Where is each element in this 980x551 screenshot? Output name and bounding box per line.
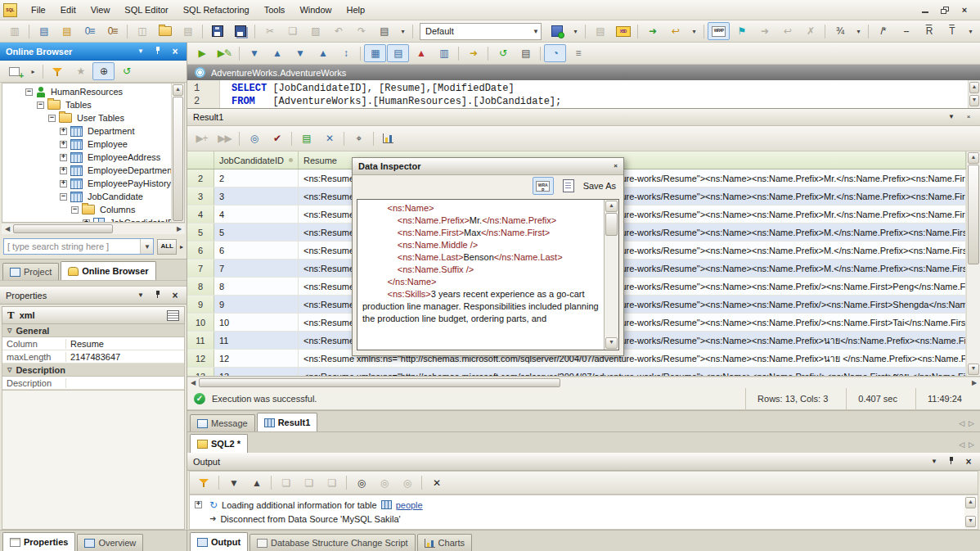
close-icon[interactable]: × [169,47,181,56]
resume-cell[interactable]: <ns:Resume xmlns:ns="http://schemas.micr… [299,368,966,376]
tree-item-employeedepartment[interactable]: +EmployeeDepartment [2,164,173,177]
prev-message-icon[interactable]: ▲ [245,474,267,492]
tree-expander-icon[interactable]: − [48,115,56,122]
scroll-down-icon[interactable]: ▼ [969,95,979,106]
property-group-general[interactable]: ▽General [2,324,184,337]
row-number-cell[interactable]: 5 [187,224,214,241]
tree-expander-icon[interactable]: − [71,206,79,214]
export-result-icon[interactable]: ▤ [295,129,317,147]
tree-expander-icon[interactable]: − [37,102,44,109]
jobcandidateid-cell[interactable]: 5 [214,224,299,241]
scroll-thumb[interactable] [199,378,560,387]
scroll-up-icon[interactable]: ▲ [173,84,183,96]
pin-result-icon[interactable]: ⌖ [348,129,370,147]
tab-online-browser[interactable]: Online Browser [61,261,155,280]
pin-icon[interactable] [946,456,957,467]
save-as-label[interactable]: Save As [583,181,616,191]
dialog-title-bar[interactable]: Data Inspector × [353,158,623,175]
tab-charts[interactable]: Charts [417,534,472,551]
scroll-thumb[interactable] [605,213,618,236]
menu-sql-editor[interactable]: SQL Editor [117,2,175,18]
chevron-down-icon[interactable]: ▼ [140,239,153,254]
comment-line-icon[interactable]: -- [895,22,917,40]
row-number-cell[interactable]: 4 [187,205,214,223]
bookmark-icon[interactable]: ⚑ [731,22,753,40]
menu-help[interactable]: Help [339,2,373,18]
tree-item-employeepayhistory[interactable]: +EmployeePayHistory [2,177,173,190]
new-object-icon[interactable] [3,62,25,80]
scroll-left-icon[interactable]: ◁ [959,419,964,427]
row-number-cell[interactable]: 12 [187,350,214,367]
chart-view-icon[interactable] [377,129,399,147]
refresh-icon[interactable]: ↺ [115,62,137,80]
tree-item-user-tables[interactable]: −User Tables [2,111,173,124]
sql-code[interactable]: SELECT [JobCandidateID], [Resume],[Modif… [220,80,980,108]
toolbar-overflow-icon[interactable]: ▾ [852,22,865,40]
tree-expander-icon[interactable]: + [83,219,90,223]
menu-sql-refactoring[interactable]: SQL Refactoring [176,2,257,18]
next-message-icon[interactable]: ▼ [223,474,245,492]
scroll-thumb[interactable] [13,224,113,233]
form-view-icon[interactable]: ▤ [387,44,409,62]
close-icon[interactable]: × [169,291,181,300]
row-number-cell[interactable]: 7 [187,260,214,277]
toolbar-overflow-icon[interactable]: ▾ [569,22,582,40]
add-record-icon[interactable]: ↕ [335,44,357,62]
scroll-down-icon[interactable]: ▼ [173,222,183,223]
panel-menu-icon[interactable]: ▼ [946,114,957,120]
execute-with-options-icon[interactable]: ▶✎ [214,44,236,62]
tree-expander-icon[interactable]: + [60,180,67,187]
jobcandidateid-cell[interactable]: 13 [214,368,299,376]
row-number-cell[interactable]: 11 [187,332,214,349]
word-wrap-icon[interactable]: WRAP [533,177,554,195]
scroll-right-icon[interactable]: ▶ [969,379,979,386]
query-profiler-icon[interactable]: ◔ [544,44,566,62]
scroll-right-icon[interactable]: ▷ [969,440,974,449]
scroll-left-icon[interactable]: ◁ [959,440,964,449]
scroll-down-icon[interactable]: ▼ [965,516,976,527]
scroll-up-icon[interactable]: ▲ [968,152,979,164]
jobcandidateid-cell[interactable]: 10 [214,314,299,331]
jobcandidateid-cell[interactable]: 7 [214,260,299,277]
connection-document-bar[interactable]: AdventureWorks.AdventureWorks [187,65,980,80]
jobcandidateid-cell[interactable]: 2 [214,169,299,187]
scroll-up-icon[interactable]: ▲ [965,497,976,508]
row-number-cell[interactable]: 8 [187,278,214,295]
categorize-icon[interactable] [167,310,179,321]
jobcandidateid-cell[interactable]: 12 [214,350,299,367]
scroll-left-icon[interactable]: ◀ [188,379,198,386]
uppercase-icon[interactable]: R [918,22,940,40]
grid-view-icon[interactable]: ▦ [364,44,386,62]
goto-prev-record-icon[interactable]: ▲ [266,44,288,62]
property-group-description[interactable]: ▽Description [2,364,184,377]
scroll-down-icon[interactable]: ▼ [605,337,618,349]
menu-edit[interactable]: Edit [53,2,83,18]
filter-icon[interactable] [193,474,215,492]
property-row-description[interactable]: Description [2,377,184,390]
export-data-icon[interactable]: ➜ [462,44,484,62]
tree-expander-icon[interactable]: − [25,88,33,96]
expand-icon[interactable]: + [195,501,202,508]
new-sql-icon[interactable]: ▤ [33,22,55,40]
execute-button[interactable]: ▶ [191,44,213,62]
sql-editor[interactable]: 12 SELECT [JobCandidateID], [Resume],[Mo… [187,80,980,109]
scroll-right-icon[interactable]: ▷ [969,419,974,427]
card-view-icon[interactable]: ▥ [433,44,455,62]
tree-expander-icon[interactable]: + [60,141,67,148]
tree-item-jobcandidate[interactable]: −JobCandidate [2,190,173,203]
connection-manager-icon[interactable] [546,22,568,40]
jobcandidateid-cell[interactable]: 11 [214,332,299,349]
column-header-jobcandidateid[interactable]: JobCandidateID [214,151,299,169]
tab-database-structure-change-script[interactable]: Database Structure Change Script [249,534,416,551]
panel-menu-icon[interactable]: ▼ [928,458,940,465]
filter-icon[interactable] [47,62,69,80]
panel-splitter[interactable] [0,280,187,287]
row-number-cell[interactable]: 3 [187,187,214,205]
tree-expander-icon[interactable]: − [60,193,67,201]
pin-icon[interactable] [152,46,164,56]
toolbar-overflow-icon[interactable]: ▾ [964,22,977,40]
tree-item-columns[interactable]: −Columns [2,203,173,216]
close-icon[interactable]: × [963,457,974,467]
row-number-cell[interactable]: 6 [187,242,214,259]
xsd-file-icon[interactable]: XSD [612,22,634,40]
